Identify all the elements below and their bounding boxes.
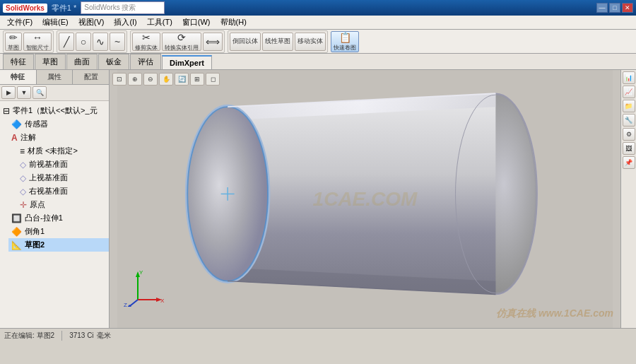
- lp-filter-button[interactable]: ▶: [1, 86, 16, 99]
- vp-zoom-in-button[interactable]: ⊕: [128, 73, 142, 86]
- tree-item-annotation[interactable]: A 注解: [8, 131, 109, 144]
- tree-sensor-icon: 🔷: [11, 119, 22, 129]
- menu-window[interactable]: 窗口(W): [178, 16, 215, 29]
- rp-btn-5[interactable]: ⚙: [623, 128, 635, 141]
- lp-expand-button[interactable]: ▼: [17, 86, 31, 99]
- vp-view-orient-button[interactable]: ⊞: [190, 73, 204, 86]
- tb-trim-button[interactable]: ✂ 修剪实体: [132, 33, 160, 51]
- tree-item-right-plane[interactable]: ◇ 右视基准面: [17, 184, 109, 198]
- tree-origin-icon: ✛: [20, 200, 27, 210]
- tree-annotation-icon: A: [11, 133, 18, 143]
- rp-btn-4[interactable]: 🔧: [623, 114, 635, 127]
- app-logo: SolidWorks: [3, 4, 47, 13]
- tree-item-chamfer1[interactable]: 🔶 倒角1: [8, 225, 109, 238]
- tb-move-button[interactable]: 移动实体: [295, 33, 326, 51]
- tb-spline-button[interactable]: ~: [110, 33, 125, 51]
- tb-smart-dim-button[interactable]: ↔ 智能尺寸: [23, 33, 52, 51]
- canvas-area[interactable]: 1CAE.COM Y X Z: [110, 70, 620, 328]
- rp-btn-7[interactable]: 📌: [623, 156, 635, 169]
- toolbar-group-sketch: ✏ 草图 ↔ 智能尺寸: [3, 30, 54, 53]
- menu-tools[interactable]: 工具(T): [143, 16, 177, 29]
- tree-item-sketch2[interactable]: 📐 草图2: [8, 238, 109, 252]
- tree-item-origin[interactable]: ✛ 原点: [17, 198, 109, 211]
- close-button[interactable]: ✕: [622, 3, 633, 13]
- lp-search-button[interactable]: 🔍: [33, 86, 47, 99]
- tree-item-top-plane[interactable]: ◇ 上视基准面: [17, 171, 109, 184]
- tb-intersect-button[interactable]: 倒回以体: [230, 33, 261, 51]
- titlebar-left: SolidWorks 零件1 * SolidWorks 搜索: [3, 1, 165, 14]
- tree-item-extrude1[interactable]: 🔲 凸台-拉伸1: [8, 211, 109, 225]
- tab-row: 特征 草图 曲面 钣金 评估 DimXpert: [0, 54, 636, 70]
- tree-right-plane-label: 右视基准面: [29, 186, 68, 196]
- tab-evaluate[interactable]: 评估: [130, 54, 161, 69]
- tab-surface[interactable]: 曲面: [66, 54, 98, 69]
- viewport-toolbar: ⊡ ⊕ ⊖ ✋ 🔄 ⊞ ◻: [112, 73, 220, 86]
- status-coord: 3713 Ci 毫米: [69, 331, 110, 341]
- tree-sketch2-label: 草图2: [25, 240, 45, 250]
- tb-linear-sketch-button[interactable]: 线性草图: [262, 33, 293, 51]
- tree-chamfer-label: 倒角1: [25, 226, 45, 237]
- main-area: 特征 属性 配置 ▶ ▼ 🔍 ⊟ 零件1（默认<<默认>_元 🔷 传感器 A 注…: [0, 70, 636, 328]
- vp-pan-button[interactable]: ✋: [159, 73, 173, 86]
- rp-btn-2[interactable]: 📈: [623, 86, 635, 98]
- svg-text:X: X: [160, 298, 165, 304]
- tree-chamfer-icon: 🔶: [11, 227, 22, 237]
- tab-dimxpert[interactable]: DimXpert: [162, 55, 212, 69]
- tree-front-plane-label: 前视基准面: [29, 159, 68, 170]
- maximize-button[interactable]: □: [609, 3, 620, 13]
- tree-origin-label: 原点: [30, 199, 45, 210]
- menu-file[interactable]: 文件(F): [3, 16, 37, 29]
- tab-sketch[interactable]: 草图: [35, 54, 66, 69]
- tree-right-plane-icon: ◇: [20, 187, 26, 196]
- tree-item-material[interactable]: ≡ 材质 <未指定>: [17, 144, 109, 158]
- vp-display-style-button[interactable]: ◻: [206, 73, 220, 86]
- tree-root-icon: ⊟: [3, 106, 10, 116]
- svg-text:Y: Y: [139, 269, 143, 276]
- feature-tree: ⊟ 零件1（默认<<默认>_元 🔷 传感器 A 注解 ≡ 材质 <未指定> ◇ …: [0, 101, 109, 328]
- tab-features[interactable]: 特征: [3, 54, 34, 69]
- tb-line-button[interactable]: ╱: [59, 33, 74, 51]
- tree-annotation-label: 注解: [20, 132, 36, 143]
- status-separator-1: [61, 331, 62, 341]
- status-edit: 正在编辑: 草图2: [4, 331, 54, 341]
- viewport[interactable]: ⊡ ⊕ ⊖ ✋ 🔄 ⊞ ◻: [110, 70, 620, 328]
- toolbar-section: ✏ 草图 ↔ 智能尺寸 ╱ ○ ∿ ~ ✂ 修剪实体 ⟳ 转换实体引用: [0, 30, 636, 54]
- menu-edit[interactable]: 编辑(E): [38, 16, 73, 29]
- vp-zoom-fit-button[interactable]: ⊡: [112, 73, 126, 86]
- tree-item-front-plane[interactable]: ◇ 前视基准面: [17, 158, 109, 171]
- status-unit: 毫米: [97, 331, 111, 341]
- tree-sketch2-icon: 📐: [11, 240, 22, 250]
- menubar: 文件(F) 编辑(E) 视图(V) 插入(I) 工具(T) 窗口(W) 帮助(H…: [0, 16, 636, 30]
- tree-item-root[interactable]: ⊟ 零件1（默认<<默认>_元: [0, 104, 109, 117]
- vp-zoom-out-button[interactable]: ⊖: [143, 73, 158, 86]
- menu-help[interactable]: 帮助(H): [216, 16, 251, 29]
- statusbar: 正在编辑: 草图2 3713 Ci 毫米: [0, 328, 636, 342]
- lp-toolbar: ▶ ▼ 🔍: [0, 85, 109, 101]
- tb-arc-button[interactable]: ∿: [93, 33, 108, 51]
- search-box[interactable]: SolidWorks 搜索: [81, 1, 165, 14]
- minimize-button[interactable]: —: [596, 3, 608, 13]
- lp-tab-properties[interactable]: 属性: [37, 70, 73, 84]
- tree-material-label: 材质 <未指定>: [28, 146, 78, 156]
- coordinate-system: Y X Z: [124, 264, 166, 307]
- tb-sketch-button[interactable]: ✏ 草图: [5, 33, 22, 51]
- tb-convert-button[interactable]: ⟳ 转换实体引用: [162, 33, 201, 51]
- lp-tab-features[interactable]: 特征: [0, 70, 37, 84]
- vp-rotate-button[interactable]: 🔄: [175, 73, 189, 86]
- tab-sheetmetal[interactable]: 钣金: [98, 54, 129, 69]
- tree-top-plane-icon: ◇: [20, 173, 26, 183]
- rp-btn-3[interactable]: 📁: [623, 100, 635, 112]
- right-panel: 📊 📈 📁 🔧 ⚙ 🖼 📌: [620, 70, 636, 328]
- menu-insert[interactable]: 插入(I): [110, 16, 141, 29]
- rp-btn-6[interactable]: 🖼: [623, 142, 635, 155]
- lp-tab-config[interactable]: 配置: [73, 70, 109, 84]
- tree-item-sensor[interactable]: 🔷 传感器: [8, 117, 109, 131]
- tb-mirror-button[interactable]: ⟺: [203, 33, 223, 51]
- titlebar: SolidWorks 零件1 * SolidWorks 搜索 — □ ✕: [0, 0, 636, 16]
- tb-circle-button[interactable]: ○: [76, 33, 91, 51]
- tree-extrude-icon: 🔲: [11, 213, 22, 223]
- rp-btn-1[interactable]: 📊: [623, 71, 635, 84]
- menu-view[interactable]: 视图(V): [74, 16, 109, 29]
- svg-text:Z: Z: [124, 302, 127, 307]
- tb-quick-capture-button[interactable]: 📋 快速卷图: [331, 31, 359, 52]
